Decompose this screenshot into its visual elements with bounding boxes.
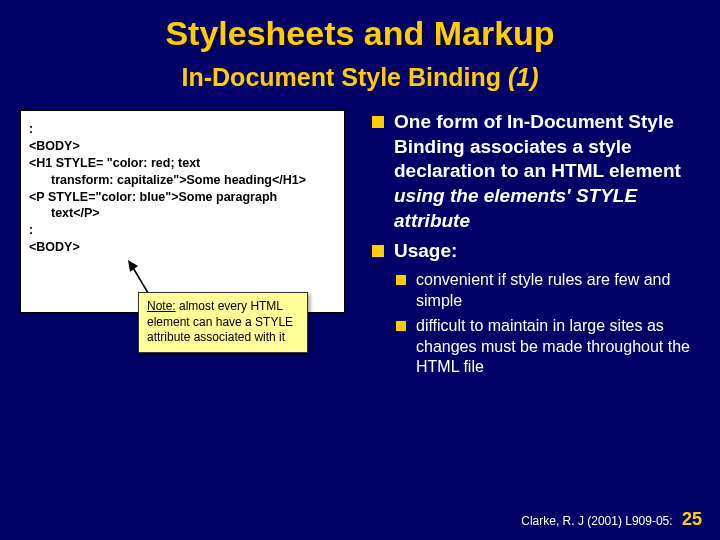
- footer-citation: Clarke, R. J (2001) L909-05:: [521, 514, 672, 528]
- svg-marker-1: [128, 260, 138, 272]
- sub-bullet-item: convenient if style rules are few and si…: [396, 270, 700, 312]
- subtitle-main: In-Document Style Binding: [182, 63, 508, 91]
- bullet-item: One form of In-Document Style Binding as…: [372, 110, 700, 233]
- code-line: text</P>: [29, 205, 336, 222]
- note-label: Note:: [147, 299, 176, 313]
- code-line: <P STYLE="color: blue">Some paragraph: [29, 189, 336, 206]
- left-column: : <BODY> <H1 STYLE= "color: red; text tr…: [20, 110, 360, 382]
- code-line: :: [29, 121, 336, 138]
- code-line: <H1 STYLE= "color: red; text: [29, 155, 336, 172]
- bullet-square-icon: [396, 321, 406, 331]
- bullet-square-icon: [396, 275, 406, 285]
- code-box: : <BODY> <H1 STYLE= "color: red; text tr…: [20, 110, 345, 313]
- content-area: : <BODY> <H1 STYLE= "color: red; text tr…: [0, 92, 720, 382]
- code-line: <BODY>: [29, 239, 336, 256]
- bullet-square-icon: [372, 245, 384, 257]
- bullet-text-part: One form of In-Document Style Binding as…: [394, 111, 681, 181]
- right-column: One form of In-Document Style Binding as…: [372, 110, 700, 382]
- bullet-square-icon: [372, 116, 384, 128]
- page-number: 25: [682, 509, 702, 529]
- sub-bullet-item: difficult to maintain in large sites as …: [396, 316, 700, 378]
- sub-bullet-text: convenient if style rules are few and si…: [416, 270, 700, 312]
- sub-bullet-text: difficult to maintain in large sites as …: [416, 316, 700, 378]
- subtitle-number: (1): [508, 63, 539, 91]
- bullet-item: Usage:: [372, 239, 700, 264]
- code-line: :: [29, 222, 336, 239]
- slide-title: Stylesheets and Markup: [0, 0, 720, 53]
- code-line: transform: capitalize">Some heading</H1>: [29, 172, 336, 189]
- bullet-text-emphasis: using the elements' STYLE attribute: [394, 185, 637, 231]
- footer: Clarke, R. J (2001) L909-05: 25: [521, 509, 702, 530]
- slide-subtitle: In-Document Style Binding (1): [0, 53, 720, 92]
- bullet-text: One form of In-Document Style Binding as…: [394, 110, 700, 233]
- code-line: <BODY>: [29, 138, 336, 155]
- note-callout: Note: almost every HTML element can have…: [138, 292, 308, 353]
- bullet-text: Usage:: [394, 239, 457, 264]
